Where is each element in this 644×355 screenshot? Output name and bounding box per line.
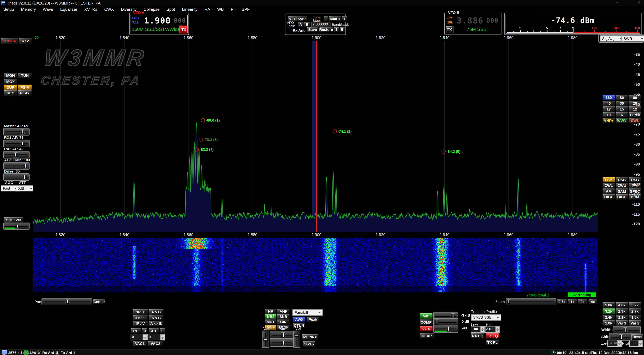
mox-button[interactable]: MOX bbox=[3, 78, 18, 85]
tx-eq-button[interactable]: TX EQ bbox=[486, 333, 500, 339]
ps-a-button[interactable]: PS-A bbox=[18, 84, 32, 90]
power-button[interactable]: POWER bbox=[1, 38, 18, 44]
rx2-button[interactable]: RX2 bbox=[18, 38, 32, 44]
pan1-slider[interactable] bbox=[270, 331, 294, 339]
drive-slider[interactable] bbox=[3, 173, 30, 180]
menu-equalizer[interactable]: Equalizer bbox=[60, 6, 77, 12]
xit-zero-button[interactable]: 0 bbox=[159, 328, 166, 334]
vfo-a-tx-button[interactable]: TX bbox=[180, 26, 188, 33]
width-slider[interactable] bbox=[613, 326, 641, 334]
peak-button[interactable]: Peak bbox=[306, 316, 320, 322]
filter-2.1k-button[interactable]: 2.1k bbox=[615, 314, 628, 320]
rit-down-icon[interactable]: ▼ bbox=[143, 337, 147, 340]
vfo-b-band-display[interactable]: 75M SSB bbox=[453, 26, 500, 33]
play-button[interactable]: PLAY bbox=[18, 90, 32, 96]
rit-spinner[interactable]: 0▲▼ bbox=[131, 334, 148, 340]
band-17-button[interactable]: 17 bbox=[602, 106, 615, 112]
filter-high-up-icon[interactable]: ▲ bbox=[639, 340, 643, 343]
a-lt-b-button[interactable]: A < B bbox=[148, 314, 164, 321]
shift-reset-button[interactable]: Reset bbox=[632, 334, 643, 340]
menu-wb[interactable]: WB bbox=[217, 6, 224, 12]
tx-low-spinner[interactable]: 100▲▼ bbox=[471, 326, 485, 332]
comp-button[interactable]: COMP bbox=[419, 319, 433, 325]
tx-low-up-icon[interactable]: ▲ bbox=[480, 326, 484, 329]
maximize-button[interactable]: □ bbox=[623, 0, 634, 6]
filter-3.1k-button[interactable]: 3.1k bbox=[602, 308, 615, 314]
filter-2.4k-button[interactable]: 2.4k bbox=[602, 314, 615, 320]
zoom-0.5x-button[interactable]: 0.5x bbox=[557, 298, 567, 305]
tune-step-down-button[interactable]: - bbox=[323, 16, 328, 22]
split-button[interactable]: SPLT bbox=[132, 309, 148, 315]
mut-button[interactable]: MUT bbox=[264, 319, 277, 325]
xit-down-icon[interactable]: ▼ bbox=[160, 337, 164, 340]
filter-var1-button[interactable]: Var 1 bbox=[615, 320, 628, 326]
rx1-af-slider[interactable] bbox=[3, 140, 30, 147]
tx-ant-text[interactable]: Tx Ant 1 bbox=[61, 350, 75, 354]
tx-meter-mode-select[interactable]: SWR bbox=[621, 36, 644, 42]
save-button[interactable]: Save bbox=[307, 27, 318, 32]
minimize-button[interactable]: – bbox=[612, 0, 622, 6]
zero-beat-button[interactable]: 0 Beat bbox=[132, 314, 148, 321]
menu-cwx[interactable]: CWX bbox=[104, 6, 114, 12]
filter-high-spinner[interactable]: 0▲▼ bbox=[629, 340, 643, 346]
agc-gain-slider[interactable] bbox=[3, 162, 30, 170]
mode-cwl-button[interactable]: CWL bbox=[602, 182, 615, 188]
menu-wave[interactable]: Wave bbox=[43, 6, 53, 12]
nb2-button[interactable]: NB2 bbox=[264, 314, 277, 320]
mode-am-button[interactable]: AM bbox=[602, 188, 615, 194]
menu-collapse[interactable]: Collapse bbox=[144, 6, 160, 12]
band-160-button[interactable]: 160 bbox=[602, 94, 615, 100]
filter-1.0k-button[interactable]: 1.0k bbox=[602, 320, 615, 326]
vfo-b-display[interactable]: AM 10k 3.886 000 bbox=[446, 15, 500, 26]
vfo-lock-a-button[interactable]: A bbox=[297, 21, 304, 28]
sql-slider[interactable] bbox=[3, 222, 30, 230]
tune-step-up-button[interactable]: + bbox=[342, 16, 347, 22]
frequency-entry[interactable]: 7.000000 bbox=[311, 22, 331, 27]
swap-button[interactable]: Swap bbox=[302, 341, 316, 347]
filter-2.7k-button[interactable]: 2.7k bbox=[628, 308, 642, 314]
rx-meter-mode-select[interactable]: Sig Avg bbox=[600, 36, 624, 42]
menu-spot[interactable]: Spot bbox=[166, 6, 175, 12]
menu-xvtrs[interactable]: XVTRs bbox=[84, 6, 97, 12]
vol1-slider[interactable] bbox=[262, 330, 269, 348]
filter-var2-button[interactable]: Var 2 bbox=[628, 320, 642, 326]
xit-up-icon[interactable]: ▲ bbox=[160, 334, 164, 337]
dup-button[interactable]: DUP bbox=[3, 84, 18, 90]
menu-setup[interactable]: Setup bbox=[3, 6, 14, 12]
menu-bpf[interactable]: BPF bbox=[242, 6, 250, 12]
vfo-b-tx-button[interactable]: TX bbox=[446, 26, 453, 33]
xit-button[interactable]: XIT bbox=[148, 328, 159, 334]
vol2-slider[interactable] bbox=[293, 330, 300, 348]
multirx-button[interactable]: MultiRX bbox=[302, 334, 319, 340]
filter-low-up-icon[interactable]: ▲ bbox=[617, 340, 621, 343]
xit-spinner[interactable]: 0▲▼ bbox=[148, 334, 165, 340]
pan-slider[interactable] bbox=[42, 298, 92, 305]
tx-low-down-icon[interactable]: ▼ bbox=[480, 329, 484, 332]
a-gt-b-button[interactable]: A > B bbox=[148, 309, 164, 315]
tun-button[interactable]: TUN bbox=[18, 72, 32, 78]
waterfall-display[interactable] bbox=[33, 238, 598, 292]
bandstack-1-button[interactable]: 1 bbox=[334, 27, 339, 32]
sql-button[interactable]: SQL: -93 bbox=[3, 217, 24, 223]
menu-pi[interactable]: PI bbox=[231, 6, 234, 12]
dexp-button[interactable]: DEXP bbox=[419, 333, 434, 339]
snb-button[interactable]: SNB bbox=[277, 314, 290, 320]
mon-button[interactable]: MON bbox=[3, 72, 18, 78]
band-40-button[interactable]: 40 bbox=[602, 100, 615, 106]
master-af-slider[interactable] bbox=[3, 128, 30, 136]
zoom-4x-button[interactable]: 4x bbox=[588, 298, 598, 305]
center-button[interactable]: Center bbox=[93, 299, 106, 305]
filter-3.2k-button[interactable]: 3.2k bbox=[628, 302, 642, 308]
restore-button[interactable]: Restore bbox=[319, 27, 333, 32]
a-swap-b-button[interactable]: A <> B bbox=[148, 320, 164, 326]
tx-fl-button[interactable]: TX FL bbox=[486, 339, 500, 346]
rit-zero-button[interactable]: 0 bbox=[142, 328, 148, 334]
vfo-a-band-combo[interactable]: 160M SSB/SSTV/Wide Ba bbox=[131, 26, 180, 33]
transmit-profile-select[interactable]: SM7B SSB bbox=[471, 314, 501, 320]
zoom-slider[interactable] bbox=[506, 298, 556, 305]
anf-button[interactable]: ANF bbox=[277, 308, 290, 314]
filter-low-down-icon[interactable]: ▼ bbox=[617, 343, 621, 346]
vac2-button[interactable]: VAC2 bbox=[148, 340, 163, 346]
tx-high-down-icon[interactable]: ▼ bbox=[496, 329, 500, 332]
filter-high-down-icon[interactable]: ▼ bbox=[639, 343, 643, 346]
